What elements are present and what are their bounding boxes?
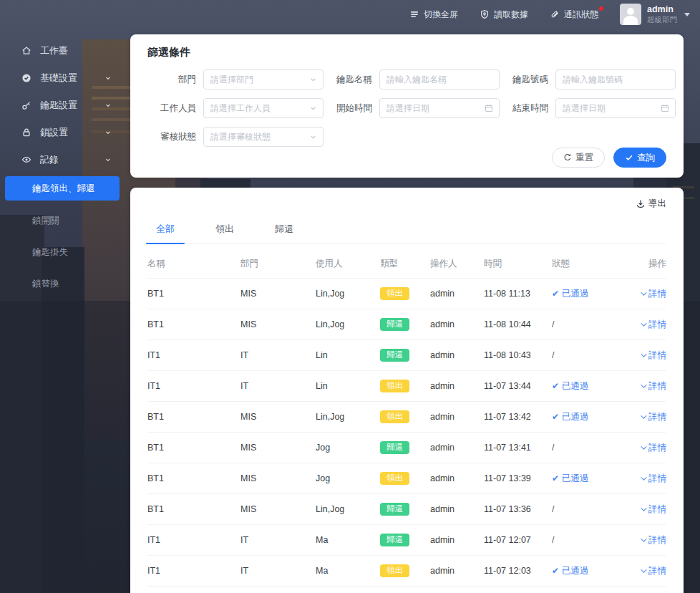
detail-link[interactable]: 詳情 [641, 349, 666, 362]
records-submenu: 鑰匙領出、歸還 鎖開關 鑰匙掛失 鎖替換 [0, 176, 129, 299]
table-row: BT1MISLin,Jog領出admin11-08 11:13✔已通過詳情 [147, 279, 666, 309]
cell-time: 11-07 13:39 [484, 473, 552, 483]
start-date-input[interactable] [387, 103, 480, 113]
detail-link[interactable]: 詳情 [641, 319, 666, 331]
chevron-down-icon [309, 133, 317, 141]
user-menu[interactable]: admin 超級部門 [620, 4, 690, 25]
detail-link[interactable]: 詳情 [641, 442, 666, 454]
cell-user: Lin [316, 381, 380, 391]
sidebar-item-label: 工作臺 [40, 44, 112, 57]
end-date-picker[interactable] [555, 98, 676, 118]
refresh-icon [563, 153, 572, 162]
comm-status-button[interactable]: 通訊狀態 [550, 9, 598, 21]
column-header-name: 名稱 [147, 258, 240, 270]
status-passed-label: 已通過 [562, 288, 589, 300]
type-badge: 歸還 [380, 349, 409, 362]
chevron-down-icon [641, 474, 646, 480]
sidebar-item-records[interactable]: 記錄 [0, 146, 129, 173]
type-badge: 領出 [380, 410, 409, 423]
toggle-fullscreen-button[interactable]: 切換全屏 [409, 9, 458, 21]
field-label: 鑰匙名稱 [324, 74, 372, 86]
check-icon: ✔ [552, 381, 559, 391]
comm-status-label: 通訊狀態 [564, 9, 598, 21]
cell-name: IT1 [147, 350, 240, 360]
chevron-down-icon [684, 13, 690, 16]
user-role: 超級部門 [647, 15, 677, 24]
submenu-item-key-checkout-return[interactable]: 鑰匙領出、歸還 [5, 176, 120, 201]
cell-type: 領出 [380, 287, 430, 300]
cell-action: 詳情 [636, 442, 666, 454]
eye-icon [21, 155, 31, 165]
cell-user: Lin [316, 350, 380, 360]
check-icon: ✔ [552, 566, 559, 576]
table-header: 名稱 部門 使用人 類型 操作人 時間 狀態 操作 [147, 250, 666, 279]
cell-type: 歸還 [380, 349, 430, 362]
check-icon: ✔ [552, 473, 559, 483]
type-badge: 領出 [380, 472, 409, 485]
filter-panel: 篩選條件 部門 鑰匙名稱 鑰匙號碼 工作人員 [130, 34, 684, 178]
cell-name: IT1 [147, 566, 240, 576]
cell-operator: admin [430, 412, 484, 422]
reset-button[interactable]: 重置 [552, 148, 605, 168]
sidebar-item-workbench[interactable]: 工作臺 [0, 37, 129, 64]
detail-link[interactable]: 詳情 [641, 565, 666, 577]
cell-dept: MIS [240, 319, 316, 329]
chevron-down-icon [641, 443, 646, 449]
cell-time: 11-08 11:13 [484, 289, 552, 299]
field-staff: 工作人員 [147, 98, 324, 118]
submenu-item-key-loss[interactable]: 鑰匙掛失 [0, 236, 129, 268]
end-date-input[interactable] [563, 103, 656, 113]
staff-select-input[interactable] [210, 103, 304, 113]
key-name-field[interactable] [379, 69, 500, 90]
chevron-down-icon [641, 413, 646, 418]
read-data-button[interactable]: 讀取數據 [480, 9, 528, 21]
start-date-picker[interactable] [379, 98, 500, 118]
detail-link[interactable]: 詳情 [641, 534, 666, 546]
sidebar-item-key-settings[interactable]: 鑰匙設置 [0, 92, 129, 119]
key-number-field[interactable] [555, 69, 676, 90]
detail-link[interactable]: 詳情 [641, 380, 666, 392]
cell-operator: admin [430, 443, 484, 453]
cell-status: ✔已通過 [552, 565, 636, 577]
submenu-item-lock-replace[interactable]: 鎖替換 [0, 268, 129, 299]
type-badge: 領出 [380, 287, 409, 300]
link-icon [550, 9, 560, 19]
user-name: admin [647, 4, 677, 16]
detail-link[interactable]: 詳情 [641, 503, 666, 516]
sidebar-item-label: 鑰匙設置 [40, 99, 96, 112]
detail-link[interactable]: 詳情 [641, 288, 666, 300]
cell-operator: admin [430, 381, 484, 391]
audit-status-select-input[interactable] [210, 132, 304, 142]
chevron-down-icon [104, 156, 112, 163]
cell-type: 領出 [380, 410, 430, 423]
department-select-input[interactable] [210, 74, 304, 85]
chevron-down-icon [641, 536, 646, 541]
submenu-item-lock-switch[interactable]: 鎖開關 [0, 205, 129, 236]
chevron-down-icon [104, 129, 112, 136]
key-name-input[interactable] [387, 74, 480, 85]
detail-link[interactable]: 詳情 [641, 473, 666, 485]
reset-label: 重置 [575, 152, 593, 164]
audit-status-select[interactable] [203, 127, 324, 147]
cell-status: ✔已通過 [552, 473, 636, 485]
search-button[interactable]: 查詢 [613, 148, 666, 168]
key-number-input[interactable] [563, 74, 656, 85]
record-tabs: 全部 領出 歸還 [147, 218, 666, 244]
status-none: / [552, 319, 554, 329]
cell-dept: MIS [240, 504, 316, 514]
sidebar-item-lock-settings[interactable]: 鎖設置 [0, 119, 129, 146]
topbar: 切換全屏 讀取數據 通訊狀態 admin 超級部門 [0, 0, 700, 29]
tab-all[interactable]: 全部 [152, 218, 179, 244]
detail-link[interactable]: 詳情 [641, 411, 666, 423]
cell-operator: admin [430, 504, 484, 514]
sidebar-item-basic-settings[interactable]: 基礎設置 [0, 64, 129, 92]
department-select[interactable] [203, 69, 324, 90]
cell-user: Ma [316, 566, 380, 576]
tab-return[interactable]: 歸還 [271, 218, 298, 244]
cell-dept: IT [240, 381, 316, 391]
export-button[interactable]: 導出 [636, 198, 666, 210]
status-none: / [552, 443, 554, 453]
staff-select[interactable] [203, 98, 324, 118]
cell-type: 領出 [380, 564, 430, 577]
tab-checkout[interactable]: 領出 [211, 218, 238, 244]
